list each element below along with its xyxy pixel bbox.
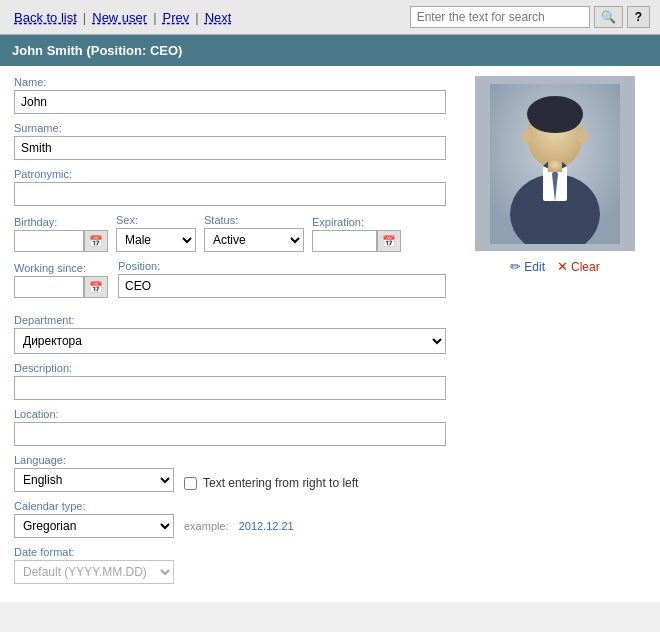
department-label: Department: (14, 314, 446, 326)
prev-button[interactable]: Prev (159, 8, 194, 27)
calendar-type-label: Calendar type: (14, 500, 446, 512)
description-label: Description: (14, 362, 446, 374)
page-title: John Smith (Position: CEO) (12, 43, 182, 58)
surname-label: Surname: (14, 122, 446, 134)
expiration-input[interactable] (312, 230, 377, 252)
svg-point-11 (578, 130, 588, 144)
page-header: John Smith (Position: CEO) (0, 35, 660, 66)
status-select[interactable]: Active Inactive Blocked (204, 228, 304, 252)
bio-row: Birthday: 📅 Sex: Male Female Status: Act… (14, 214, 446, 252)
rtl-checkbox[interactable] (184, 477, 197, 490)
birthday-input-group: 📅 (14, 230, 108, 252)
description-field-group: Description: (14, 362, 446, 400)
toolbar-search: 🔍 ? (410, 6, 650, 28)
birthday-label: Birthday: (14, 216, 108, 228)
expiration-input-group: 📅 (312, 230, 401, 252)
toolbar: Back to list | New user | Prev | Next 🔍 … (0, 0, 660, 35)
rtl-label: Text entering from right to left (203, 476, 358, 490)
avatar-svg (490, 84, 620, 244)
avatar-container (475, 76, 635, 251)
sex-field: Sex: Male Female (116, 214, 196, 252)
sep1: | (83, 10, 86, 25)
rtl-checkbox-row: Text entering from right to left (184, 476, 358, 490)
calendar-type-select[interactable]: Gregorian Julian Hebrew (14, 514, 174, 538)
description-input[interactable] (14, 376, 446, 400)
name-input[interactable] (14, 90, 446, 114)
patronymic-field-group: Patronymic: (14, 168, 446, 206)
calendar-type-field-group: Calendar type: Gregorian Julian Hebrew e… (14, 500, 446, 538)
edit-icon: ✏ (510, 259, 521, 274)
status-label: Status: (204, 214, 304, 226)
toolbar-nav: Back to list | New user | Prev | Next (10, 8, 235, 27)
expiration-label: Expiration: (312, 216, 401, 228)
form-area: Name: Surname: Patronymic: Birthday: 📅 (0, 66, 460, 602)
next-button[interactable]: Next (201, 8, 236, 27)
date-format-label: Date format: (14, 546, 446, 558)
search-input[interactable] (410, 6, 590, 28)
name-label: Name: (14, 76, 446, 88)
sex-label: Sex: (116, 214, 196, 226)
expiration-field: Expiration: 📅 (312, 216, 401, 252)
location-field-group: Location: (14, 408, 446, 446)
surname-input[interactable] (14, 136, 446, 160)
department-select[interactable]: Директора HR IT Finance (14, 328, 446, 354)
calendar-example-label: example: (184, 520, 229, 532)
department-field-group: Department: Директора HR IT Finance (14, 314, 446, 354)
position-input[interactable] (118, 274, 446, 298)
location-label: Location: (14, 408, 446, 420)
birthday-field: Birthday: 📅 (14, 216, 108, 252)
birthday-input[interactable] (14, 230, 84, 252)
working-since-field: Working since: 📅 (14, 262, 108, 298)
working-since-calendar-button[interactable]: 📅 (84, 276, 108, 298)
position-field: Position: (118, 260, 446, 298)
clear-label: Clear (571, 260, 600, 274)
main-content: Name: Surname: Patronymic: Birthday: 📅 (0, 66, 660, 602)
patronymic-label: Patronymic: (14, 168, 446, 180)
edit-label: Edit (524, 260, 545, 274)
patronymic-input[interactable] (14, 182, 446, 206)
language-field-group: Language: English Russian German French … (14, 454, 446, 492)
svg-rect-9 (548, 160, 562, 172)
expiration-calendar-button[interactable]: 📅 (377, 230, 401, 252)
language-label: Language: (14, 454, 446, 466)
sep2: | (153, 10, 156, 25)
calendar-type-row: Gregorian Julian Hebrew example: 2012.12… (14, 514, 446, 538)
right-panel: ✏ Edit ✕ Clear (460, 66, 650, 602)
working-since-input[interactable] (14, 276, 84, 298)
date-format-field-group: Date format: Default (YYYY.MM.DD) DD.MM.… (14, 546, 446, 584)
help-button[interactable]: ? (627, 6, 650, 28)
svg-point-10 (522, 130, 532, 144)
edit-avatar-button[interactable]: ✏ Edit (510, 259, 545, 274)
clear-avatar-button[interactable]: ✕ Clear (557, 259, 600, 274)
svg-point-3 (529, 105, 581, 133)
back-to-list-button[interactable]: Back to list (10, 8, 81, 27)
location-input[interactable] (14, 422, 446, 446)
language-row: English Russian German French Text enter… (14, 468, 446, 492)
working-since-input-group: 📅 (14, 276, 108, 298)
working-row: Working since: 📅 Position: (14, 260, 446, 298)
name-field-group: Name: (14, 76, 446, 114)
clear-x-icon: ✕ (557, 259, 568, 274)
position-label: Position: (118, 260, 446, 272)
sep3: | (195, 10, 198, 25)
status-field: Status: Active Inactive Blocked (204, 214, 304, 252)
language-select[interactable]: English Russian German French (14, 468, 174, 492)
new-user-button[interactable]: New user (88, 8, 151, 27)
search-button[interactable]: 🔍 (594, 6, 623, 28)
working-since-label: Working since: (14, 262, 108, 274)
date-format-select[interactable]: Default (YYYY.MM.DD) DD.MM.YYYY MM/DD/YY… (14, 560, 174, 584)
surname-field-group: Surname: (14, 122, 446, 160)
avatar-actions: ✏ Edit ✕ Clear (510, 259, 599, 274)
calendar-example-value: 2012.12.21 (239, 520, 294, 532)
birthday-calendar-button[interactable]: 📅 (84, 230, 108, 252)
sex-select[interactable]: Male Female (116, 228, 196, 252)
